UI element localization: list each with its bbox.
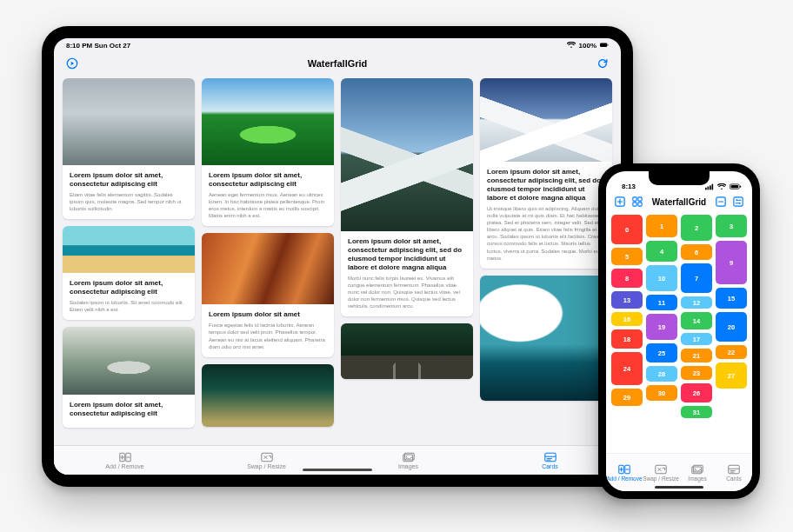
card-image: [341, 78, 473, 231]
svg-point-8: [405, 456, 407, 457]
card-image: [480, 78, 612, 162]
status-bar: 8:10 PM Sun Oct 27 100%: [54, 38, 621, 52]
tile-1[interactable]: 1: [646, 215, 677, 237]
tile-17[interactable]: 17: [681, 333, 712, 345]
svg-point-25: [739, 203, 741, 204]
card[interactable]: Lorem ipsum dolor sit amet, consectetur …: [480, 78, 612, 269]
status-time: 8:13: [622, 183, 636, 190]
tile-9[interactable]: 9: [716, 241, 747, 284]
tile-10[interactable]: 10: [646, 265, 677, 291]
svg-rect-11: [708, 187, 710, 190]
svg-rect-0: [600, 43, 607, 47]
battery-icon: [730, 183, 742, 190]
tile-3[interactable]: 3: [716, 215, 747, 237]
tile-26[interactable]: 26: [681, 383, 712, 402]
images-icon: [691, 464, 703, 475]
wifi-icon: [567, 42, 576, 49]
card-text: Sodales ipsum ut lobortis. Sit amet comm…: [70, 299, 188, 313]
card-text: Ut tristique libero quis sit adipiscing.…: [487, 205, 605, 262]
tile-18[interactable]: 18: [611, 329, 643, 349]
tile-12[interactable]: 12: [681, 296, 712, 309]
tab-label: Images: [688, 475, 706, 482]
tile-31[interactable]: 31: [681, 406, 712, 418]
svg-rect-16: [740, 185, 741, 187]
card-text: Morbi nunc felis turpis laoreet ex. Viva…: [348, 275, 466, 309]
tile-23[interactable]: 23: [681, 366, 712, 380]
svg-rect-19: [638, 197, 642, 201]
phone-tab-add-remove[interactable]: Add / Remove: [606, 454, 643, 491]
card[interactable]: [202, 364, 334, 427]
iphone-device: 8:13 WaterfallGrid: [598, 163, 760, 499]
tile-13[interactable]: 13: [611, 291, 643, 309]
card-body: Lorem ipsum dolor sit amet, consectetur …: [480, 162, 612, 269]
add-remove-icon: [119, 452, 131, 462]
tile-15[interactable]: 15: [716, 288, 747, 309]
card[interactable]: [480, 276, 612, 401]
svg-rect-18: [633, 197, 636, 201]
nav-minus-button[interactable]: [716, 196, 726, 207]
card[interactable]: Lorem ipsum dolor sit amet, consectetur …: [341, 78, 473, 316]
tile-0[interactable]: 0: [611, 215, 643, 244]
phone-tab-cards[interactable]: Cards: [716, 454, 752, 491]
tile-14[interactable]: 14: [681, 312, 712, 329]
nav-add-button[interactable]: [615, 196, 625, 207]
tile-7[interactable]: 7: [681, 263, 712, 293]
iphone-screen: 8:13 WaterfallGrid: [606, 171, 752, 491]
swap-resize-icon: [261, 452, 273, 462]
card-body: Lorem ipsum dolor sit amet, consectetur …: [63, 273, 195, 320]
ipad-device: 8:10 PM Sun Oct 27 100% WaterfallGrid Lo…: [42, 26, 633, 487]
grid-icon: [632, 196, 643, 207]
card[interactable]: [341, 323, 473, 379]
svg-rect-23: [734, 197, 743, 206]
svg-rect-10: [705, 188, 707, 190]
card[interactable]: Lorem ipsum dolor sit amet, consectetur …: [202, 78, 334, 226]
tile-24[interactable]: 24: [611, 352, 643, 385]
card-image: [341, 323, 473, 379]
card-title: Lorem ipsum dolor sit amet, consectetur …: [209, 171, 327, 189]
tab-label: Cards: [542, 463, 558, 469]
card-body: Lorem ipsum dolor sit amet, consectetur …: [63, 165, 195, 219]
tile-28[interactable]: 28: [646, 366, 677, 382]
svg-rect-1: [608, 44, 609, 46]
tab-add-remove[interactable]: Add / Remove: [54, 446, 196, 475]
card[interactable]: Lorem ipsum dolor sit ametFusce egestas …: [202, 233, 334, 356]
tile-19[interactable]: 19: [646, 314, 677, 340]
tile-4[interactable]: 4: [646, 241, 677, 262]
tile-27[interactable]: 27: [716, 362, 747, 389]
tile-22[interactable]: 22: [716, 345, 747, 359]
tile-6[interactable]: 6: [681, 244, 712, 260]
add-remove-icon: [618, 464, 630, 475]
svg-rect-13: [712, 184, 714, 190]
refresh-icon: [596, 57, 609, 70]
card[interactable]: Lorem ipsum dolor sit amet, consectetur …: [63, 78, 195, 219]
card[interactable]: Lorem ipsum dolor sit amet, consectetur …: [63, 327, 195, 428]
swap-resize-icon: [655, 464, 667, 475]
cards-icon: [728, 464, 740, 475]
tile-8[interactable]: 8: [611, 269, 643, 288]
nav-right-button[interactable]: [596, 57, 609, 70]
nav-grid-button[interactable]: [632, 196, 643, 207]
plus-square-icon: [615, 196, 625, 207]
nav-title: WaterfallGrid: [308, 58, 368, 69]
play-icon: [66, 57, 78, 70]
tile-16[interactable]: 16: [611, 312, 643, 326]
phone-nav-title: WaterfallGrid: [652, 197, 706, 207]
card-text: Etiam vitae felis elementum sagittis. So…: [70, 191, 188, 212]
card[interactable]: Lorem ipsum dolor sit amet, consectetur …: [63, 226, 195, 320]
tile-21[interactable]: 21: [681, 349, 712, 362]
sliders-icon: [733, 196, 743, 207]
status-time-date: 8:10 PM Sun Oct 27: [66, 42, 130, 50]
nav-left-button[interactable]: [66, 57, 78, 70]
card-body: Lorem ipsum dolor sit ametFusce egestas …: [202, 304, 334, 356]
svg-point-24: [736, 199, 737, 201]
tile-29[interactable]: 29: [611, 389, 643, 406]
tile-20[interactable]: 20: [716, 312, 747, 342]
home-indicator: [655, 486, 703, 489]
tile-2[interactable]: 2: [681, 215, 712, 241]
nav-settings-button[interactable]: [733, 196, 743, 207]
tile-25[interactable]: 25: [646, 343, 677, 362]
tile-30[interactable]: 30: [646, 385, 677, 401]
tile-11[interactable]: 11: [646, 295, 677, 310]
tile-5[interactable]: 5: [611, 248, 643, 265]
cellular-icon: [705, 183, 714, 190]
